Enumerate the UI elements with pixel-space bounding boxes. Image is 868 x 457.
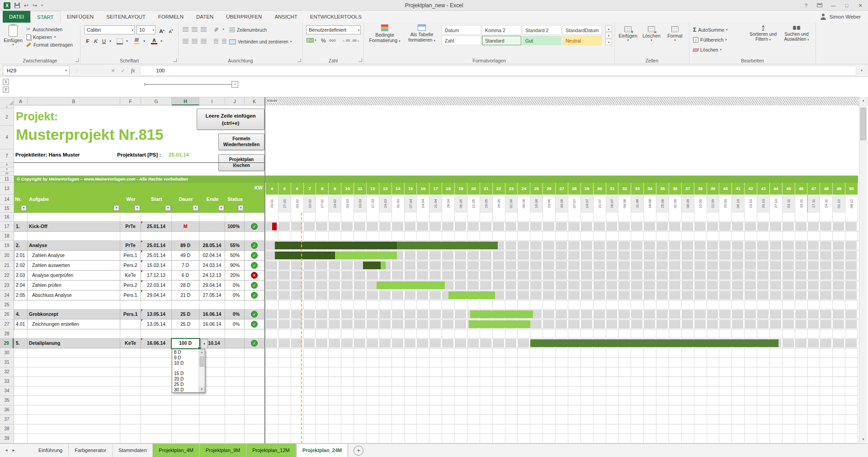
- user-account[interactable]: Simon Weber: [820, 11, 861, 23]
- cell-status[interactable]: [225, 338, 245, 348]
- cell-start[interactable]: 15.03.14: [141, 261, 172, 271]
- restore-formulas-button[interactable]: Formeln Wiederherstellen: [218, 133, 264, 150]
- cell-start[interactable]: 22.03.14: [141, 281, 172, 290]
- cell-nr[interactable]: 4.: [14, 309, 28, 319]
- name-box-dropdown-icon[interactable]: ▾: [63, 66, 69, 75]
- borders-dropdown-icon[interactable]: ▾: [123, 37, 131, 45]
- cell-status-icon[interactable]: ✓: [245, 251, 264, 261]
- formula-bar-expand-icon[interactable]: ▾: [858, 66, 865, 76]
- ribbon-tab-entwicklertools[interactable]: ENTWICKLERTOOLS: [304, 11, 368, 23]
- cell-dauer[interactable]: M: [172, 222, 199, 232]
- row-header-9[interactable]: 9: [0, 167, 14, 172]
- font-color-icon[interactable]: A: [151, 38, 157, 45]
- row-header-30[interactable]: 30: [0, 348, 14, 358]
- column-header-I[interactable]: I: [199, 97, 225, 105]
- decrease-decimal-icon[interactable]: .00→: [352, 38, 360, 43]
- row-header-13[interactable]: 13: [0, 183, 14, 195]
- sheet-tab-projektplan_9m[interactable]: Projektplan_9M: [200, 444, 246, 457]
- underline-dropdown-icon[interactable]: ▾: [107, 37, 114, 45]
- orientation-dropdown-icon[interactable]: ▾: [219, 25, 227, 33]
- style-chip-komma-2[interactable]: Komma 2: [482, 25, 521, 35]
- sheet-tab-farbgenerator[interactable]: Farbgenerator: [69, 444, 113, 457]
- row-header-25[interactable]: 25: [0, 300, 14, 309]
- dropdown-item[interactable]: 30 D: [172, 387, 198, 393]
- column-header-A[interactable]: A: [14, 97, 28, 105]
- name-box[interactable]: H29: [3, 66, 70, 76]
- style-chip-gut[interactable]: Gut: [522, 36, 561, 45]
- cell-status-icon[interactable]: ✓: [245, 281, 264, 290]
- row-header-15[interactable]: 15: [0, 205, 14, 213]
- number-format-combo[interactable]: Benutzerdefiniert▾: [306, 25, 361, 34]
- cell-aufgabe[interactable]: Zeichnungen erstellen: [28, 319, 120, 329]
- insert-function-icon[interactable]: fx: [128, 66, 137, 76]
- cell-nr[interactable]: 2.: [14, 241, 28, 251]
- row-header-29[interactable]: 29: [0, 338, 14, 348]
- cell-nr[interactable]: 2.05: [14, 290, 28, 300]
- cell-start[interactable]: 17.12.13: [141, 271, 172, 281]
- comma-style-button[interactable]: 000: [329, 38, 336, 43]
- row-header-18[interactable]: 18: [0, 232, 14, 241]
- font-color-dropdown-icon[interactable]: ▾: [158, 37, 165, 45]
- cell-aufgabe[interactable]: Analyse: [28, 241, 120, 251]
- cell-ende[interactable]: 27.05.14: [199, 290, 225, 300]
- cell-wer[interactable]: Pers.2: [120, 261, 141, 271]
- decrease-indent-icon[interactable]: [212, 37, 220, 45]
- cell-aufgabe[interactable]: Zahlen Analyse: [28, 251, 120, 261]
- row-header-22[interactable]: 22: [0, 271, 14, 281]
- ribbon-tab-seitenlayout[interactable]: SEITENLAYOUT: [100, 11, 152, 23]
- scroll-thumb[interactable]: [199, 356, 204, 367]
- align-center-icon[interactable]: [190, 37, 198, 45]
- cell-status[interactable]: 50%: [225, 251, 245, 261]
- cell-status[interactable]: 0%: [225, 319, 245, 329]
- align-middle-icon[interactable]: [190, 25, 198, 33]
- cell-status[interactable]: 90%: [225, 261, 245, 271]
- cell-aufgabe[interactable]: Zahlen prüfen: [28, 281, 120, 290]
- style-chip-standard-2[interactable]: Standard 2: [522, 25, 561, 35]
- cell-status[interactable]: 0%: [225, 290, 245, 300]
- autosum-button[interactable]: ΣAutoSumme▾: [693, 26, 728, 33]
- paste-button[interactable]: Einfügen ▾: [3, 24, 24, 55]
- wrap-text-button[interactable]: Zeilenumbruch: [229, 25, 267, 34]
- cell-status-icon[interactable]: ✓: [245, 319, 264, 329]
- row-header-27[interactable]: 27: [0, 319, 14, 329]
- dropdown-item[interactable]: 10 D: [172, 361, 198, 366]
- cell-ende[interactable]: 02.04.14: [199, 251, 225, 261]
- cell-status[interactable]: 20%: [225, 271, 245, 281]
- row-header-21[interactable]: 21: [0, 261, 14, 271]
- filter-button[interactable]: ▾: [134, 205, 140, 211]
- row-header-35[interactable]: 35: [0, 396, 14, 405]
- row-header-16[interactable]: 16: [0, 213, 14, 222]
- row-header-20[interactable]: 20: [0, 251, 14, 261]
- align-right-icon[interactable]: [199, 37, 208, 45]
- cell-nr[interactable]: 1.: [14, 222, 28, 232]
- cell-start[interactable]: 13.05.14: [141, 319, 172, 329]
- fill-color-icon[interactable]: [134, 38, 140, 44]
- cell-nr[interactable]: 2.04: [14, 281, 28, 290]
- cell-ende[interactable]: 24.12.13: [199, 271, 225, 281]
- filter-button[interactable]: ▾: [113, 205, 119, 211]
- column-header-G[interactable]: G: [141, 97, 172, 105]
- fill-button[interactable]: ↓Füllbereich▾: [693, 36, 727, 43]
- dropdown-item[interactable]: 8 D: [172, 350, 198, 355]
- ribbon-tab-formeln[interactable]: FORMELN: [152, 11, 190, 23]
- sheet-nav-left-icon[interactable]: ◂: [3, 444, 10, 457]
- sheet-tab-stammdaten[interactable]: Stammdaten: [113, 444, 153, 457]
- cell-dauer[interactable]: 89 D: [172, 241, 199, 251]
- bold-button[interactable]: F: [84, 37, 91, 45]
- style-chip-standarddatum[interactable]: StandardDatum: [562, 25, 602, 35]
- insert-empty-row-button[interactable]: Leere Zeile einfügen (ctrl+e): [197, 109, 264, 130]
- currency-button[interactable]: ▾: [307, 38, 316, 43]
- row-header-36[interactable]: 36: [0, 405, 14, 415]
- insert-cells-button[interactable]: Einfügen ▾: [617, 25, 639, 42]
- cell-nr[interactable]: 2.03: [14, 271, 28, 281]
- maximize-button[interactable]: □: [840, 0, 854, 11]
- percent-style-button[interactable]: %: [321, 38, 326, 44]
- cell-aufgabe[interactable]: Grobkonzept: [28, 309, 120, 319]
- vertical-scrollbar[interactable]: ▴ ▾: [859, 97, 867, 443]
- filter-button[interactable]: ▾: [218, 205, 224, 211]
- copy-button[interactable]: Kopieren▾: [26, 33, 73, 41]
- dropdown-scrollbar[interactable]: ▴ ▾: [198, 349, 205, 392]
- minimize-button[interactable]: —: [826, 0, 840, 11]
- cell-dauer[interactable]: 28 D: [172, 281, 199, 290]
- row-header-28[interactable]: 28: [0, 329, 14, 338]
